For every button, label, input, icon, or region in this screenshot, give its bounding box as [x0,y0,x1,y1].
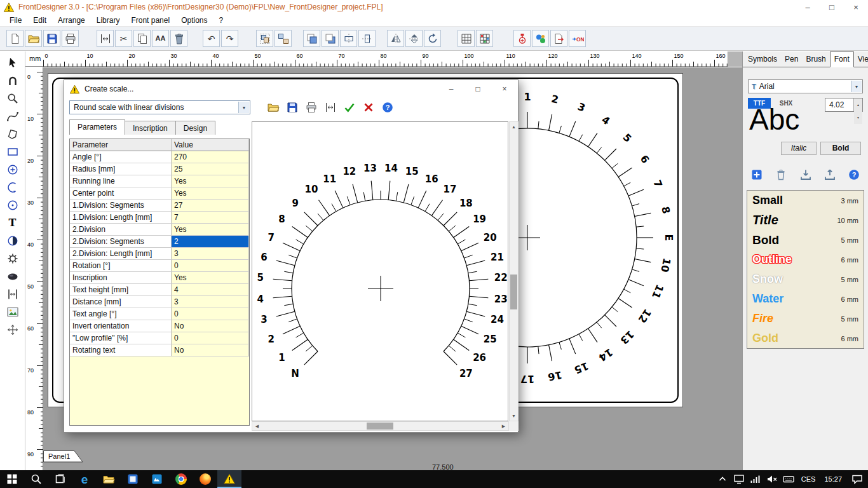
center-vertical-button[interactable] [358,30,376,47]
minimize-button[interactable]: – [796,0,820,14]
open-scale-button[interactable] [264,99,281,116]
chevron-down-icon[interactable]: ▼ [238,102,249,113]
param-value[interactable]: 2 [172,236,249,248]
rotate-tool[interactable] [4,72,22,89]
dialog-maximize-button[interactable]: □ [465,80,491,97]
save-button[interactable] [43,30,60,47]
param-name[interactable]: Running line [70,175,172,187]
rotate-90-button[interactable] [424,30,441,47]
canvas[interactable]: 12345678E1011121314151617 Panel1 77.500 … [43,67,742,470]
send-to-back-button[interactable] [322,30,339,47]
chevron-down-icon[interactable]: ▼ [851,81,862,92]
taskbar-chrome-button[interactable] [169,470,193,488]
cancel-button[interactable] [360,99,377,116]
param-name[interactable]: 1.Division: Segments [70,200,172,212]
flip-vertical-button[interactable] [405,30,423,47]
maximize-button[interactable]: □ [820,0,844,14]
move-style-down-button[interactable] [798,167,813,182]
param-value[interactable]: 25 [172,163,249,175]
drill-holes-button[interactable] [513,30,531,47]
dimension-tool[interactable] [4,322,22,338]
scroll-down-icon[interactable]: ▼ [510,411,518,421]
tab-font[interactable]: Font [830,51,854,67]
spin-down-icon[interactable]: ▼ [854,111,862,124]
drill-colors-button[interactable] [532,30,549,47]
grid-snap-button[interactable] [476,30,493,47]
param-name[interactable]: Rotating text [70,344,172,356]
taskbar-frontdesigner-button[interactable] [217,470,241,488]
param-name[interactable]: Inscription [70,272,172,284]
gear-tool[interactable] [4,250,22,267]
clock[interactable]: 15:27 [820,475,846,483]
tray-keyboard-button[interactable] [780,470,797,488]
taskbar-search-button[interactable] [24,470,48,488]
param-value[interactable]: No [172,344,249,356]
tab-inscription[interactable]: Inscription [125,121,176,135]
param-name[interactable]: 1.Division: Length [mm] [70,212,172,224]
param-value[interactable]: 0 [172,308,249,320]
image-tool[interactable] [4,304,22,320]
action-center-button[interactable] [846,470,868,488]
rectangle-tool[interactable] [4,144,22,160]
param-value[interactable]: Yes [172,175,249,187]
cut-button[interactable]: ✂ [115,30,132,47]
param-name[interactable]: "Low profile" [%] [70,332,172,344]
horizontal-scroll-thumb[interactable] [367,423,393,430]
param-value[interactable]: 4 [172,284,249,296]
dialog-close-button[interactable]: × [491,80,518,97]
vertical-scroll-thumb[interactable] [510,274,517,309]
param-name[interactable]: Rotation [°] [70,260,172,272]
delete-button[interactable] [170,30,187,47]
font-style-fire[interactable]: Fire5 mm [747,309,864,329]
scale-type-select[interactable]: Round scale with linear divisions ▼ [69,100,250,114]
save-scale-button[interactable] [283,99,301,116]
new-button[interactable] [6,30,24,47]
measure-tool[interactable] [4,286,22,302]
param-name[interactable]: Text angle [°] [70,308,172,320]
font-style-water[interactable]: Water6 mm [747,289,864,309]
taskbar-task-view-button[interactable] [48,470,72,488]
tab-symbols[interactable]: Symbols [744,51,781,67]
param-value[interactable]: No [172,320,249,332]
help-button[interactable]: ? [379,99,396,116]
taskbar-firefox-button[interactable] [193,470,217,488]
print-button[interactable] [62,30,79,47]
font-style-outline[interactable]: Outline6 mm [747,250,864,269]
param-name[interactable]: 2.Division [70,224,172,236]
tab-brush[interactable]: Brush [802,51,829,67]
param-value[interactable]: Yes [172,224,249,236]
fit-width-button[interactable] [97,30,114,47]
param-name[interactable]: Invert orientation [70,320,172,332]
ungroup-button[interactable] [275,30,292,47]
param-name[interactable]: Text height [mm] [70,284,172,296]
taskbar-app-blue-1-button[interactable] [121,470,145,488]
preview-horizontal-scrollbar[interactable]: ◀ ▶ [252,421,509,431]
param-value[interactable]: 27 [172,200,249,212]
filled-ellipse-tool[interactable] [4,268,22,285]
move-style-up-button[interactable] [822,167,837,182]
taskbar-edge-button[interactable]: e [72,470,97,488]
undo-button[interactable]: ↶ [203,30,220,47]
menu-library[interactable]: Library [91,14,126,26]
param-name[interactable]: Angle [°] [70,151,172,163]
italic-button[interactable]: Italic [781,142,817,155]
preview-vertical-scrollbar[interactable]: ▲ ▼ [509,121,519,421]
polygon-tool[interactable] [4,126,22,142]
group-button[interactable] [256,30,273,47]
scale-preview[interactable]: N123456789101112131415161718192021222324… [252,121,508,421]
param-value[interactable]: Yes [172,187,249,200]
tab-pen[interactable]: Pen [781,51,802,67]
circle-point-tool[interactable] [4,197,22,214]
tray-network-button[interactable] [747,470,764,488]
menu-edit[interactable]: Edit [27,14,52,26]
param-value[interactable]: Yes [172,272,249,284]
font-size-spinner[interactable]: 4.02 ▲ ▼ [825,98,863,112]
spin-up-icon[interactable]: ▲ [854,98,862,111]
param-value[interactable]: 3 [172,296,249,308]
font-style-bold[interactable]: Bold5 mm [747,230,864,250]
param-value[interactable]: 0 [172,260,249,272]
zoom-tool[interactable] [4,90,22,107]
bold-button[interactable]: Bold [820,142,861,155]
param-value[interactable]: 7 [172,212,249,224]
param-name[interactable]: Center point [70,187,172,200]
